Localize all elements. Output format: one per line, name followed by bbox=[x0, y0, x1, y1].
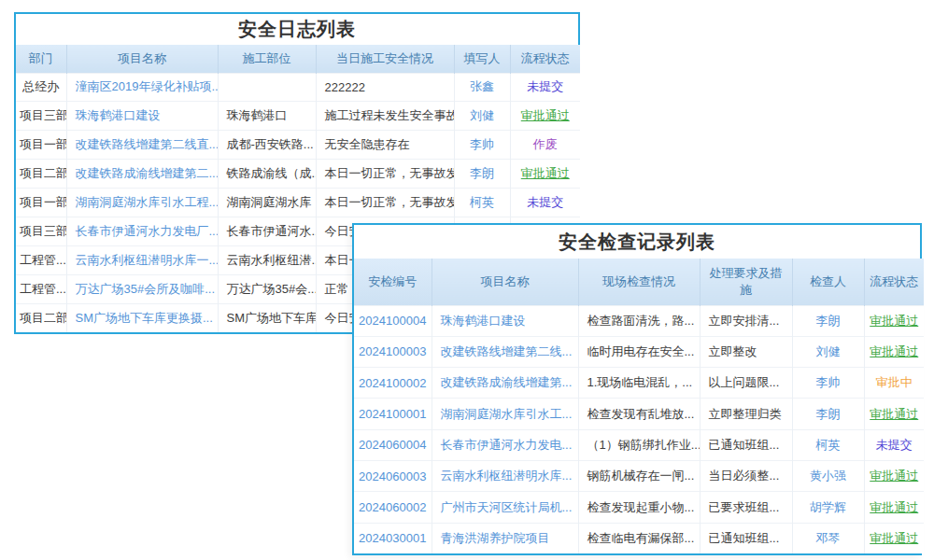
inspection-record-table: 安检编号 项目名称 现场检查情况 处理要求及措施 检查人 流程状态 202410… bbox=[354, 259, 924, 553]
scene-cell: 临时用电存在安全... bbox=[578, 336, 700, 367]
status-badge[interactable]: 审批中 bbox=[864, 368, 924, 399]
table-row: 2024060003 云南水利枢纽潜明水库... 钢筋机械存在一闸... 当日必… bbox=[354, 461, 924, 492]
situation-cell: 本日一切正常，无事故发... bbox=[316, 189, 454, 217]
check-id-link[interactable]: 2024060003 bbox=[354, 461, 432, 492]
col-header-status: 流程状态 bbox=[864, 259, 924, 305]
writer-link[interactable]: 柯英 bbox=[454, 189, 510, 217]
table-row: 2024060004 长春市伊通河水力发电... （1）钢筋绑扎作业... 已通… bbox=[354, 429, 924, 460]
scene-cell: 检查路面清洗，路... bbox=[578, 305, 700, 336]
project-link[interactable]: 湖南洞庭湖水库引水工... bbox=[432, 399, 578, 429]
col-header-status: 流程状态 bbox=[510, 45, 580, 73]
dept-cell: 项目二部 bbox=[16, 304, 66, 332]
check-id-link[interactable]: 2024060002 bbox=[354, 492, 432, 523]
part-cell: 长春市伊通河水... bbox=[218, 217, 316, 246]
scene-cell: 钢筋机械存在一闸... bbox=[578, 461, 700, 492]
status-badge[interactable]: 未提交 bbox=[864, 429, 924, 460]
inspector-link[interactable]: 李帅 bbox=[792, 368, 864, 399]
measure-cell: 当日必须整... bbox=[700, 461, 792, 492]
status-badge[interactable]: 审批通过 bbox=[510, 160, 580, 189]
inspector-link[interactable]: 黄小强 bbox=[792, 461, 864, 492]
project-link[interactable]: 长春市伊通河水力发电... bbox=[432, 429, 578, 460]
status-badge[interactable]: 审批通过 bbox=[864, 305, 924, 336]
dept-cell: 总经办 bbox=[16, 73, 66, 102]
inspection-record-title: 安全检查记录列表 bbox=[354, 225, 920, 259]
table-row: 项目一部 湖南洞庭湖水库引水工程... 湖南洞庭湖水库 本日一切正常，无事故发.… bbox=[16, 189, 580, 217]
part-cell: 成都-西安铁路... bbox=[218, 131, 316, 160]
table-row: 2024100001 湖南洞庭湖水库引水工... 检查发现有乱堆放... 立即整… bbox=[354, 399, 924, 429]
dept-cell: 项目一部 bbox=[16, 189, 66, 217]
status-badge[interactable]: 审批通过 bbox=[864, 461, 924, 492]
check-id-link[interactable]: 2024060004 bbox=[354, 429, 432, 460]
check-id-link[interactable]: 2024100002 bbox=[354, 368, 432, 399]
col-header-measure: 处理要求及措施 bbox=[700, 259, 792, 305]
status-badge[interactable]: 审批通过 bbox=[864, 336, 924, 367]
project-link[interactable]: 改建铁路线增建第二线... bbox=[432, 336, 578, 367]
scene-cell: 检查发现起重小物... bbox=[578, 492, 700, 523]
measure-cell: 已通知班组... bbox=[700, 523, 792, 553]
col-header-project: 项目名称 bbox=[432, 259, 578, 305]
inspector-link[interactable]: 刘健 bbox=[792, 336, 864, 367]
part-cell bbox=[218, 73, 316, 102]
project-link[interactable]: 云南水利枢纽潜明水库一... bbox=[66, 246, 218, 275]
writer-link[interactable]: 刘健 bbox=[454, 102, 510, 131]
col-header-dept: 部门 bbox=[16, 45, 66, 73]
dept-cell: 项目一部 bbox=[16, 131, 66, 160]
col-header-scene: 现场检查情况 bbox=[578, 259, 700, 305]
check-id-link[interactable]: 2024100003 bbox=[354, 336, 432, 367]
dept-cell: 工程管... bbox=[16, 275, 66, 304]
measure-cell: 以上问题限... bbox=[700, 368, 792, 399]
table-row: 2024100003 改建铁路线增建第二线... 临时用电存在安全... 立即整… bbox=[354, 336, 924, 367]
project-link[interactable]: 万达广场35#会所及咖啡... bbox=[66, 275, 218, 304]
project-link[interactable]: 广州市天河区统计局机... bbox=[432, 492, 578, 523]
table-row: 总经办 潼南区2019年绿化补贴项... 222222 张鑫 未提交 bbox=[16, 73, 580, 102]
inspector-link[interactable]: 李朗 bbox=[792, 305, 864, 336]
check-id-link[interactable]: 2024100001 bbox=[354, 399, 432, 429]
status-badge[interactable]: 未提交 bbox=[510, 73, 580, 102]
safety-log-title: 安全日志列表 bbox=[16, 14, 578, 45]
dept-cell: 项目二部 bbox=[16, 160, 66, 189]
project-link[interactable]: 潼南区2019年绿化补贴项... bbox=[66, 73, 218, 102]
measure-cell: 已要求班组... bbox=[700, 492, 792, 523]
writer-link[interactable]: 李朗 bbox=[454, 160, 510, 189]
situation-cell: 无安全隐患存在 bbox=[316, 131, 454, 160]
dept-cell: 项目三部 bbox=[16, 102, 66, 131]
measure-cell: 立即安排清... bbox=[700, 305, 792, 336]
writer-link[interactable]: 张鑫 bbox=[454, 73, 510, 102]
inspector-link[interactable]: 胡学辉 bbox=[792, 492, 864, 523]
project-link[interactable]: 改建铁路线增建第二线直... bbox=[66, 131, 218, 160]
status-badge[interactable]: 审批通过 bbox=[864, 399, 924, 429]
status-badge[interactable]: 作废 bbox=[510, 131, 580, 160]
inspector-link[interactable]: 柯英 bbox=[792, 429, 864, 460]
status-badge[interactable]: 审批通过 bbox=[864, 492, 924, 523]
situation-cell: 222222 bbox=[316, 73, 454, 102]
status-badge[interactable]: 审批通过 bbox=[864, 523, 924, 553]
check-id-link[interactable]: 2024100004 bbox=[354, 305, 432, 336]
project-link[interactable]: 云南水利枢纽潜明水库... bbox=[432, 461, 578, 492]
part-cell: 珠海鹤港口 bbox=[218, 102, 316, 131]
col-header-writer: 填写人 bbox=[454, 45, 510, 73]
project-link[interactable]: 珠海鹤港口建设 bbox=[66, 102, 218, 131]
project-link[interactable]: 改建铁路成渝线增建第二... bbox=[66, 160, 218, 189]
inspector-link[interactable]: 邓琴 bbox=[792, 523, 864, 553]
writer-link[interactable]: 李帅 bbox=[454, 131, 510, 160]
col-header-project: 项目名称 bbox=[66, 45, 218, 73]
project-link[interactable]: 改建铁路成渝线增建第... bbox=[432, 368, 578, 399]
project-link[interactable]: 长春市伊通河水力发电厂... bbox=[66, 217, 218, 246]
dept-cell: 工程管... bbox=[16, 246, 66, 275]
check-id-link[interactable]: 2024030001 bbox=[354, 523, 432, 553]
situation-cell: 本日一切正常，无事故发... bbox=[316, 160, 454, 189]
status-badge[interactable]: 未提交 bbox=[510, 189, 580, 217]
project-link[interactable]: SM广场地下车库更换摄... bbox=[66, 304, 218, 332]
project-link[interactable]: 青海洪湖养护院项目 bbox=[432, 523, 578, 553]
inspector-link[interactable]: 李朗 bbox=[792, 399, 864, 429]
part-cell: SM广场地下车库 bbox=[218, 304, 316, 332]
status-badge[interactable]: 审批通过 bbox=[510, 102, 580, 131]
measure-cell: 立即整改 bbox=[700, 336, 792, 367]
situation-cell: 施工过程未发生安全事故... bbox=[316, 102, 454, 131]
project-link[interactable]: 湖南洞庭湖水库引水工程... bbox=[66, 189, 218, 217]
project-link[interactable]: 珠海鹤港口建设 bbox=[432, 305, 578, 336]
scene-cell: （1）钢筋绑扎作业... bbox=[578, 429, 700, 460]
scene-cell: 检查发现有乱堆放... bbox=[578, 399, 700, 429]
part-cell: 万达广场35#会... bbox=[218, 275, 316, 304]
table-row: 项目三部 珠海鹤港口建设 珠海鹤港口 施工过程未发生安全事故... 刘健 审批通… bbox=[16, 102, 580, 131]
